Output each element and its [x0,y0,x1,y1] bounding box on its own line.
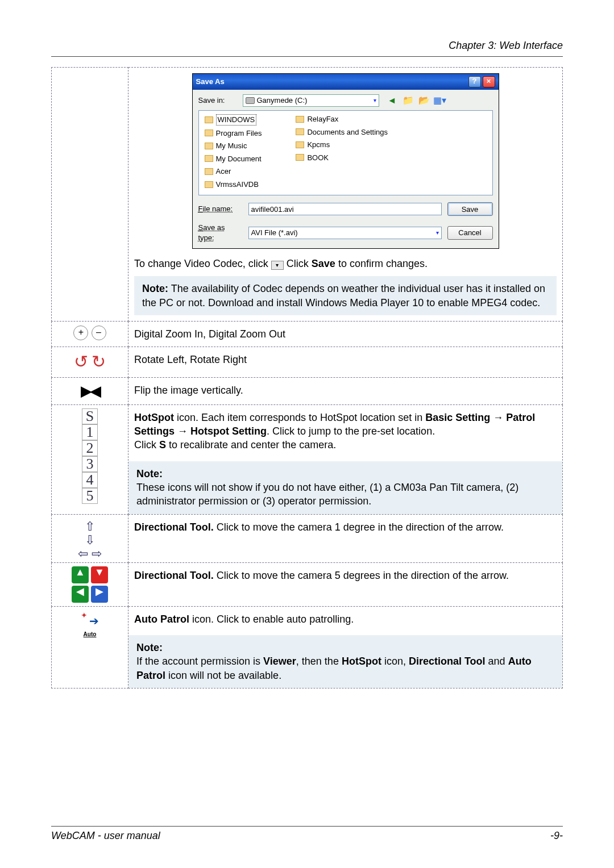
save-in-label: Save in: [198,95,239,106]
note-text: The availability of Codec depends on wea… [142,283,545,308]
close-icon[interactable]: × [483,76,495,87]
icon-cell-zoom: + – [52,321,128,347]
icon-cell-auto: ✦ ➔ Auto [52,606,128,688]
arrow-down-big-icon[interactable]: ▼ [91,566,108,583]
hotspot-text: HotSpot icon. Each item corresponds to H… [128,405,562,456]
folder-label: VrmssAIVDB [216,180,259,190]
page-footer: WebCAM - user manual -9- [51,826,563,842]
filename-label: File name: [198,204,243,214]
folder-item[interactable]: Acer [205,166,262,177]
zoom-out-icon[interactable]: – [92,326,106,340]
rotate-right-icon[interactable]: ↻ [92,350,106,374]
new-folder-icon[interactable]: 📂 [418,94,430,107]
auto-cell: Auto Patrol icon. Click to enable auto p… [128,606,563,688]
arrow-down-icon[interactable]: ⇩ [83,532,97,545]
note-box: Note: If the account permission is Viewe… [128,635,562,688]
saveastype-value: AVI File (*.avi) [251,228,298,238]
dir-big-text: Directional Tool. Click to move the came… [128,562,563,606]
file-list[interactable]: WINDOWS Program Files My Music My Docume… [198,110,493,195]
dir-small-text: Directional Tool. Click to move the came… [128,514,563,562]
folder-item[interactable]: VrmssAIVDB [205,180,262,190]
dialog-title: Save As [196,77,225,87]
zoom-text: Digital Zoom In, Digital Zoom Out [128,321,563,347]
saveastype-dropdown[interactable]: AVI File (*.avi) ▾ [248,227,442,239]
hotspot-3-button[interactable]: 3 [82,456,98,472]
folder-icon [205,143,213,149]
folder-label: Acer [216,166,231,177]
save-as-dialog: Save As ? × Save in: Ganymede (C:) ▾ [192,73,499,249]
footer-left: WebCAM - user manual [51,830,160,842]
footer-right: -9- [550,830,563,842]
folder-item[interactable]: RelayFax [296,114,388,124]
arrow-right-icon[interactable]: ⇨ [90,545,103,559]
folder-label: Kpcms [307,140,330,150]
filename-input[interactable] [248,203,442,215]
feature-table: Save As ? × Save in: Ganymede (C:) ▾ [51,67,563,688]
hotspot-4-button[interactable]: 4 [82,472,98,488]
back-icon[interactable]: ◄ [386,94,399,107]
chapter-heading: Chapter 3: Web Interface [51,40,563,52]
icon-cell-hotspot: S 1 2 3 4 5 [52,404,128,514]
icon-cell-rotate: ↺ ↻ [52,347,128,378]
note-text: If the account permission is Viewer, the… [136,654,554,682]
folder-icon [205,168,213,175]
dropdown-icon: ▾ [271,261,284,270]
save-button[interactable]: Save [447,202,493,216]
hotspot-cell: HotSpot icon. Each item corresponds to H… [128,404,563,514]
note-label: Note: [136,641,554,654]
arrow-up-icon[interactable]: ⇧ [83,518,97,532]
folder-item[interactable]: My Music [205,141,262,151]
folder-label: My Music [216,141,247,151]
folder-item[interactable]: Documents and Settings [296,127,388,137]
folder-label: WINDOWS [216,114,257,126]
icon-cell-dir-small: ⇧ ⇩ ⇦ ⇨ [52,514,128,562]
icon-cell-dir-big: ▲ ▼ ◀ ▶ [52,562,128,606]
save-in-dropdown[interactable]: Ganymede (C:) ▾ [243,94,379,107]
rotate-left-icon[interactable]: ↺ [74,350,88,374]
help-icon[interactable]: ? [468,76,481,87]
auto-patrol-icon[interactable]: ✦ ➔ [80,610,100,627]
hotspot-5-button[interactable]: 5 [82,488,98,504]
folder-item[interactable]: Kpcms [296,140,388,150]
note-label: Note: [136,467,554,481]
divider [51,56,563,57]
note-text: These icons will not show if you do not … [136,481,554,508]
folder-icon [296,141,304,148]
folder-icon [205,116,213,123]
folder-item[interactable]: BOOK [296,153,388,163]
folder-item[interactable]: My Document [205,154,262,164]
folder-icon [296,154,304,161]
hotspot-1-button[interactable]: 1 [82,424,98,440]
view-menu-icon[interactable]: ▦▾ [434,94,446,107]
rotate-text: Rotate Left, Rotate Right [128,347,563,378]
note-label: Note: [142,283,168,294]
dialog-titlebar: Save As ? × [193,74,499,90]
auto-label: Auto [54,631,126,639]
cancel-button[interactable]: Cancel [447,226,493,240]
up-folder-icon[interactable]: 📁 [402,94,414,107]
arrow-right-big-icon[interactable]: ▶ [91,586,108,603]
arrow-left-icon[interactable]: ⇦ [76,545,90,559]
note-box: Note: These icons will not show if you d… [128,461,562,514]
hotspot-2-button[interactable]: 2 [82,440,98,456]
folder-label: Program Files [216,128,262,139]
note-box: Note: The availability of Codec depends … [134,276,557,315]
auto-text: Auto Patrol icon. Click to enable auto p… [128,607,562,629]
folder-icon [296,116,304,123]
codec-text: To change Video Codec, click ▾ Click Sav… [134,257,557,270]
chevron-down-icon: ▾ [436,229,439,237]
zoom-in-icon[interactable]: + [73,326,88,340]
folder-label: Documents and Settings [307,127,388,137]
folder-item[interactable]: Program Files [205,128,262,139]
folder-icon [205,130,213,136]
folder-item[interactable]: WINDOWS [205,114,262,126]
folder-icon [296,128,304,135]
codec-cell: Save As ? × Save in: Ganymede (C:) ▾ [128,68,563,322]
folder-label: My Document [216,154,262,164]
folder-icon [205,181,213,188]
arrow-left-big-icon[interactable]: ◀ [72,586,89,603]
hotspot-s-button[interactable]: S [82,408,98,424]
flip-vertical-icon[interactable]: ▶◀ [81,381,99,401]
arrow-up-big-icon[interactable]: ▲ [72,566,89,583]
icon-cell-empty [52,68,128,322]
